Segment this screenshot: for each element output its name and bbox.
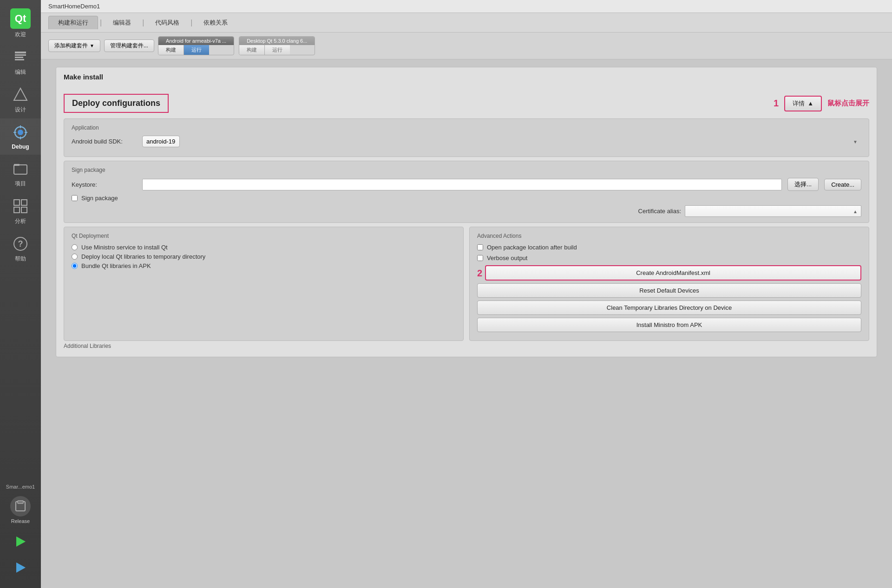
content-area: Make install Deploy configurations 1 详情 … <box>41 59 892 588</box>
sign-package-label: Sign package <box>81 195 118 202</box>
two-col-section: Qt Deployment Use Ministro service to in… <box>64 227 869 341</box>
sidebar-item-analyze[interactable]: 分析 <box>0 192 41 230</box>
sdk-row: Android build SDK: android-19 <box>72 136 861 147</box>
cert-alias-select[interactable] <box>685 205 861 217</box>
kit-android-run[interactable]: 运行 <box>184 45 209 55</box>
sidebar-item-debug[interactable]: Debug <box>0 118 41 155</box>
local-deploy-label: Deploy local Qt libraries to temporary d… <box>81 253 205 260</box>
kit-desktop-title[interactable]: Desktop Qt 5.3.0 clang 6... <box>239 37 315 45</box>
tab-divider-3: | <box>189 19 194 27</box>
kit-desktop-subtabs: 构建 运行 <box>239 45 315 55</box>
tab-dependencies[interactable]: 依赖关系 <box>194 16 237 29</box>
svg-marker-22 <box>16 562 26 573</box>
application-title: Application <box>72 124 861 131</box>
kit-tab-android: Android for armeabi-v7a ... 构建 运行 <box>158 36 234 55</box>
cert-alias-label: Certificate alias: <box>638 208 681 215</box>
sidebar-item-design[interactable]: 设计 <box>0 81 41 118</box>
svg-rect-12 <box>14 164 20 166</box>
tab-build-run[interactable]: 构建和运行 <box>48 16 98 29</box>
additional-libraries-section: Additional Libraries <box>56 341 877 349</box>
application-section: Application Android build SDK: android-1… <box>64 118 869 157</box>
bundle-label: Bundle Qt libraries in APK <box>81 262 151 269</box>
sidebar-label-welcome: 欢迎 <box>15 31 26 39</box>
advanced-actions-col: Advanced Actions Open package location a… <box>469 227 869 341</box>
install-ministro-button[interactable]: Install Ministro from APK <box>477 318 861 332</box>
svg-rect-1 <box>15 54 26 56</box>
sdk-label: Android build SDK: <box>72 138 137 145</box>
keystore-select-button[interactable]: 选择... <box>787 178 819 191</box>
tab-divider-1: | <box>98 19 104 27</box>
kit-android-build[interactable]: 构建 <box>158 45 184 55</box>
advanced-actions-title: Advanced Actions <box>477 233 861 239</box>
bundle-radio[interactable] <box>72 263 78 269</box>
clean-temp-button[interactable]: Clean Temporary Libraries Directory on D… <box>477 301 861 315</box>
make-install-title: Make install <box>56 67 877 86</box>
tab-editor[interactable]: 编辑器 <box>104 16 140 29</box>
project-icon <box>11 159 30 178</box>
kit-desktop-run[interactable]: 运行 <box>265 45 290 55</box>
run-icon <box>12 533 29 550</box>
svg-rect-2 <box>15 57 23 58</box>
qt-deployment-title: Qt Deployment <box>72 233 456 239</box>
sdk-select[interactable]: android-19 <box>142 136 180 147</box>
open-pkg-row: Open package location after build <box>477 244 861 251</box>
qt-logo-icon: Qt <box>10 8 31 29</box>
verbose-label: Verbose output <box>487 255 527 261</box>
keystore-create-button[interactable]: Create... <box>824 179 861 190</box>
sdk-select-wrapper: android-19 <box>142 136 861 147</box>
sidebar-label-project: 项目 <box>15 180 26 188</box>
debug-icon <box>11 123 30 142</box>
verbose-row: Verbose output <box>477 255 861 261</box>
ministro-radio[interactable] <box>72 244 78 250</box>
sidebar-label-debug: Debug <box>12 144 29 150</box>
verbose-checkbox[interactable] <box>477 255 483 261</box>
make-install-panel: Make install Deploy configurations 1 详情 … <box>56 67 877 357</box>
sidebar-item-run[interactable] <box>0 529 41 555</box>
sidebar-item-project[interactable]: 项目 <box>0 155 41 192</box>
deploy-header: Deploy configurations 1 详情 ▲ 鼠标点击展开 <box>56 86 877 113</box>
manage-kit-button[interactable]: 管理构建套件... <box>104 39 154 52</box>
additional-libraries-label: Additional Libraries <box>64 343 111 349</box>
keystore-input[interactable] <box>142 179 782 190</box>
sidebar-item-welcome[interactable]: Qt 欢迎 <box>0 4 41 43</box>
svg-marker-21 <box>16 536 26 547</box>
kit-tabs: Android for armeabi-v7a ... 构建 运行 Deskto… <box>158 36 885 55</box>
add-kit-button[interactable]: 添加构建套件 ▼ <box>48 39 100 52</box>
open-pkg-label: Open package location after build <box>487 244 577 251</box>
sidebar-label-edit: 编辑 <box>15 68 26 76</box>
project-name-label: Smar...emo1 <box>4 482 37 491</box>
svg-text:?: ? <box>18 239 23 248</box>
kit-android-title[interactable]: Android for armeabi-v7a ... <box>158 37 234 45</box>
details-button[interactable]: 详情 ▲ <box>784 96 822 111</box>
build-run-icon <box>12 559 29 576</box>
sidebar-label-design: 设计 <box>15 106 26 114</box>
sidebar-item-release[interactable]: Release <box>0 491 41 529</box>
open-pkg-checkbox[interactable] <box>477 244 483 250</box>
main-content: SmartHomeDemo1 构建和运行 | 编辑器 | 代码风格 | 依赖关系… <box>41 0 892 588</box>
sidebar-item-build-run[interactable] <box>0 555 41 581</box>
keystore-row: Keystore: 选择... Create... <box>72 178 861 191</box>
release-package-icon <box>10 496 31 516</box>
sidebar-item-edit[interactable]: 编辑 <box>0 43 41 81</box>
analyze-icon <box>11 197 30 216</box>
sign-package-checkbox[interactable] <box>72 195 78 201</box>
create-manifest-wrapper: 2 Create AndroidManifest.xml 点击创建Android… <box>477 265 861 281</box>
manage-kit-label: 管理构建套件... <box>110 42 148 50</box>
details-button-label: 详情 <box>793 99 805 108</box>
ministro-radio-row: Use Ministro service to install Qt <box>72 244 456 251</box>
details-arrow-icon: ▲ <box>807 100 813 107</box>
help-icon: ? <box>11 235 30 253</box>
top-tabs-bar: 构建和运行 | 编辑器 | 代码风格 | 依赖关系 <box>41 13 892 33</box>
kit-desktop-build[interactable]: 构建 <box>239 45 265 55</box>
tab-divider-2: | <box>140 19 146 27</box>
release-label: Release <box>11 518 30 524</box>
cert-alias-row: Certificate alias: <box>72 205 861 217</box>
sidebar-item-help[interactable]: ? 帮助 <box>0 230 41 268</box>
local-deploy-radio[interactable] <box>72 254 78 260</box>
sidebar-label-help: 帮助 <box>15 255 26 263</box>
annotation-hint: 鼠标点击展开 <box>827 99 869 108</box>
cert-select-wrapper <box>685 205 861 217</box>
tab-code-style[interactable]: 代码风格 <box>146 16 189 29</box>
create-manifest-button[interactable]: Create AndroidManifest.xml <box>485 265 861 281</box>
reset-devices-button[interactable]: Reset Default Devices <box>477 283 861 298</box>
